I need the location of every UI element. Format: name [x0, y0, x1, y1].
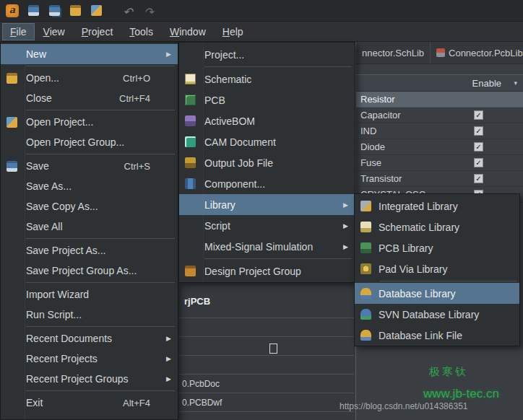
project-panel-fragment: rjPCB 0.PcbDoc 0.PCBDwf	[178, 283, 355, 420]
submenu-arrow-icon	[166, 355, 171, 362]
component-name: Transistor	[360, 173, 402, 184]
file-menu-item-import-wizard[interactable]: Import Wizard	[1, 284, 178, 305]
file-menu-item-open[interactable]: Open... Ctrl+O	[1, 68, 178, 88]
menu-label: Exit	[26, 397, 123, 408]
file-menu-item-recent-projects[interactable]: Recent Projects	[1, 349, 178, 369]
library-menu-item-integrated-library[interactable]: Integrated Library	[355, 196, 519, 216]
pad-via-library-icon	[360, 263, 371, 274]
library-menu-item-database-link-file[interactable]: Database Link File	[355, 325, 519, 346]
file-menu-item-save-project-as[interactable]: Save Project As...	[1, 240, 178, 261]
shortcut-label: Ctrl+S	[124, 161, 150, 172]
menu-label: Open Project...	[26, 116, 173, 128]
table-header-enable[interactable]: Enable	[356, 74, 523, 92]
document-tab-bar: nnector.SchLib Connector.PcbLib	[356, 42, 523, 64]
icon-gutter	[360, 330, 379, 341]
submenu-arrow-icon	[343, 201, 348, 209]
new-menu-item-activebom[interactable]: ActiveBOM	[179, 110, 355, 131]
menu-window[interactable]: Window	[163, 24, 213, 40]
enable-checkbox[interactable]	[474, 110, 483, 120]
component-name: Capacitor	[360, 110, 401, 121]
chevron-down-icon[interactable]	[514, 79, 517, 87]
save-all-icon	[49, 5, 60, 16]
menu-label: CAM Document	[204, 136, 350, 148]
schematic-library-icon	[360, 222, 371, 232]
menu-label: Library	[204, 199, 350, 211]
menu-view[interactable]: View	[36, 24, 72, 40]
new-menu-item-project[interactable]: Project...	[179, 44, 355, 65]
tab-schlib[interactable]: nnector.SchLib	[356, 42, 430, 64]
new-menu-item-cam-document[interactable]: CAM Document	[179, 131, 355, 152]
enable-checkbox[interactable]	[474, 142, 483, 152]
icon-gutter	[360, 201, 379, 211]
tree-row[interactable]	[178, 318, 354, 337]
menu-separator	[26, 110, 175, 110]
icon-gutter	[360, 242, 379, 253]
tree-row[interactable]: 0.PcbDoc	[178, 375, 354, 393]
table-row[interactable]: Resistor	[356, 92, 523, 108]
menu-tools[interactable]: Tools	[122, 24, 160, 40]
new-menu-item-pcb[interactable]: PCB	[179, 89, 355, 110]
enable-checkbox[interactable]	[474, 126, 483, 136]
menu-label: Save All	[26, 221, 173, 232]
file-menu-item-open-project[interactable]: Open Project...	[1, 112, 178, 132]
file-menu-item-exit[interactable]: Exit Alt+F4	[1, 393, 178, 413]
shortcut-label: Ctrl+O	[123, 73, 150, 84]
library-menu-item-schematic-library[interactable]: Schematic Library	[355, 216, 519, 237]
open-button[interactable]	[67, 3, 83, 19]
tree-row[interactable]: 0.PCBDwf	[178, 393, 354, 412]
watermark-brand: 极寒钛	[429, 365, 468, 379]
new-menu-item-component[interactable]: Component...	[179, 173, 355, 194]
new-menu-item-design-project-group[interactable]: Design Project Group	[179, 261, 355, 281]
component-icon	[185, 178, 196, 189]
enable-checkbox[interactable]	[474, 174, 483, 183]
menu-project[interactable]: Project	[74, 24, 121, 40]
new-menu-item-library[interactable]: Library	[179, 194, 355, 215]
enable-checkbox[interactable]	[474, 158, 483, 167]
menu-file[interactable]: File	[3, 24, 34, 40]
menu-label: Pad Via Library	[379, 263, 515, 275]
file-menu-item-close[interactable]: Close Ctrl+F4	[1, 88, 178, 108]
table-row[interactable]: IND	[356, 123, 523, 139]
file-menu-item-recent-project-groups[interactable]: Recent Project Groups	[1, 369, 178, 389]
new-menu-item-mixed-signal-simulation[interactable]: Mixed-Signal Simulation	[179, 236, 355, 257]
file-menu-item-save[interactable]: Save Ctrl+S	[1, 156, 178, 176]
table-row[interactable]: Capacitor	[356, 108, 523, 123]
menu-label: Database Library	[379, 288, 515, 299]
library-menu-item-database-library[interactable]: Database Library	[355, 283, 519, 304]
library-menu-item-svn-database-library[interactable]: SVN Database Library	[355, 304, 519, 325]
tree-row[interactable]	[178, 337, 354, 356]
file-menu-item-save-project-group-as[interactable]: Save Project Group As...	[1, 261, 178, 281]
library-menu-item-pad-via-library[interactable]: Pad Via Library	[355, 258, 519, 279]
file-menu-item-save-copy-as[interactable]: Save Copy As...	[1, 196, 178, 216]
file-menu-item-run-script[interactable]: Run Script...	[1, 305, 178, 325]
integrated-library-icon	[360, 201, 371, 211]
icon-gutter	[360, 288, 379, 299]
menu-help[interactable]: Help	[215, 24, 251, 40]
menu-separator	[26, 66, 175, 66]
file-menu-item-open-project-group[interactable]: Open Project Group...	[1, 132, 178, 152]
menu-separator	[26, 326, 175, 327]
tab-pcblib[interactable]: Connector.PcbLib	[430, 42, 523, 64]
open-project-button[interactable]	[88, 3, 104, 19]
library-menu-item-pcb-library[interactable]: PCB Library	[355, 237, 519, 258]
save-icon	[7, 161, 17, 172]
save-button[interactable]	[25, 3, 41, 19]
redo-button[interactable]	[141, 3, 157, 19]
new-menu-item-schematic[interactable]: Schematic	[179, 69, 355, 89]
save-all-button[interactable]	[46, 3, 62, 19]
file-menu-item-save-all[interactable]: Save All	[1, 216, 178, 237]
undo-button[interactable]	[120, 3, 136, 19]
file-menu-item-save-as[interactable]: Save As...	[1, 176, 178, 196]
new-menu-item-script[interactable]: Script	[179, 215, 355, 236]
file-menu-item-new[interactable]: New	[1, 44, 178, 64]
table-row[interactable]: Diode	[356, 139, 523, 155]
component-name: IND	[360, 126, 376, 136]
table-row[interactable]: Transistor	[356, 171, 523, 187]
table-row[interactable]: Fuse	[356, 155, 523, 171]
tree-row[interactable]	[178, 356, 354, 375]
new-menu-item-output-job-file[interactable]: Output Job File	[179, 152, 355, 173]
file-menu-item-recent-documents[interactable]: Recent Documents	[1, 328, 178, 349]
menu-label: Project...	[204, 49, 350, 61]
menu-label: PCB Library	[379, 242, 515, 254]
menu-label: Save	[26, 160, 124, 172]
